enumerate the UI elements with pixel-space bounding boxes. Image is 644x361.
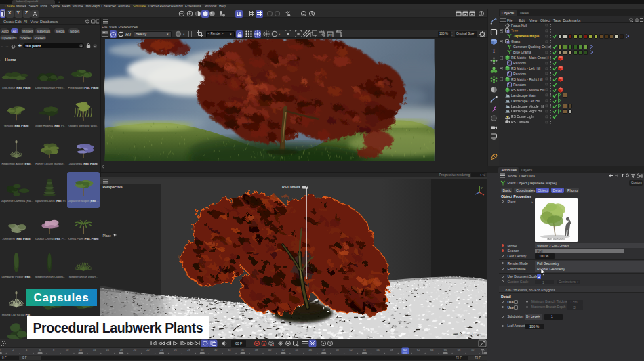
- svg-text:66: 66: [444, 348, 447, 352]
- svg-text:A: A: [263, 342, 265, 345]
- svg-text:14: 14: [93, 348, 96, 352]
- svg-text:0: 0: [0, 348, 1, 352]
- svg-text:36: 36: [241, 348, 245, 352]
- svg-text:70: 70: [471, 348, 475, 352]
- svg-text:64: 64: [430, 348, 434, 352]
- svg-text:2: 2: [12, 348, 14, 352]
- svg-text:28: 28: [187, 348, 190, 352]
- svg-text:32: 32: [214, 348, 218, 352]
- svg-text:PV: PV: [327, 34, 331, 37]
- svg-text:58: 58: [390, 348, 393, 352]
- svg-text:8: 8: [53, 348, 55, 352]
- svg-text:54: 54: [363, 348, 366, 352]
- svg-text:4: 4: [26, 348, 28, 352]
- svg-text:68: 68: [458, 348, 461, 352]
- svg-text:18: 18: [119, 348, 123, 352]
- svg-text:56: 56: [376, 348, 380, 352]
- svg-text:T: T: [491, 47, 496, 54]
- svg-text:24: 24: [160, 348, 163, 352]
- svg-text:42: 42: [282, 348, 285, 352]
- svg-text:(Acer palmatum): (Acer palmatum): [546, 238, 565, 240]
- svg-text:Y: Y: [481, 186, 483, 190]
- svg-text:48: 48: [322, 348, 325, 352]
- svg-text:34: 34: [228, 348, 231, 352]
- svg-text:44: 44: [296, 348, 299, 352]
- svg-text:60 F: 60 F: [235, 341, 242, 345]
- svg-text:6: 6: [39, 348, 41, 352]
- svg-text:46: 46: [309, 348, 313, 352]
- svg-text:10: 10: [66, 348, 69, 352]
- svg-text:22: 22: [146, 348, 150, 352]
- svg-text:38: 38: [255, 348, 258, 352]
- svg-text:62: 62: [417, 348, 420, 352]
- svg-text:50: 50: [336, 348, 339, 352]
- svg-text:60: 60: [403, 348, 407, 352]
- svg-text:16: 16: [106, 348, 110, 352]
- svg-text:30: 30: [201, 348, 204, 352]
- svg-text:40: 40: [268, 348, 272, 352]
- svg-text:26: 26: [174, 348, 177, 352]
- svg-text:20: 20: [133, 348, 136, 352]
- svg-text:52: 52: [349, 348, 353, 352]
- svg-text:12: 12: [79, 348, 83, 352]
